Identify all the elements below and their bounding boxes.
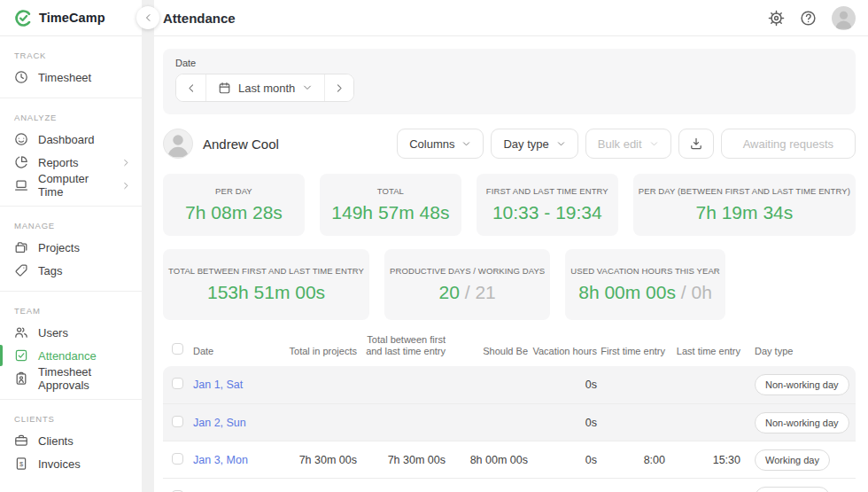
day-type-label: Day type <box>503 137 548 151</box>
stat-card-total-between-first-and-last-time-entry: TOTAL BETWEEN FIRST AND LAST TIME ENTRY1… <box>163 249 369 320</box>
col-header-day-type: Day type <box>740 346 856 358</box>
topbar-icons <box>768 6 856 30</box>
stat-card-total: TOTAL149h 57m 48s <box>320 174 461 236</box>
sidebar-nav: TRACKTimesheetANALYZEDashboardReportsCom… <box>0 36 142 484</box>
attendance-table: DateTotal in projectsTotal between first… <box>163 331 856 492</box>
sidebar-item-timesheet[interactable]: Timesheet <box>0 66 142 89</box>
col-header-total-between: Total between first and last time entry <box>357 334 446 359</box>
sidebar-item-attendance[interactable]: Attendance <box>0 344 142 367</box>
help-button[interactable] <box>800 10 817 27</box>
gear-icon <box>768 10 785 27</box>
sidebar-section-manage: MANAGEProjectsTags <box>0 207 142 292</box>
person-icon <box>832 6 856 30</box>
stat-value-main: 8h 00m 00s <box>578 282 676 302</box>
settings-button[interactable] <box>768 10 785 27</box>
date-filter-bar: Date Last month <box>163 49 856 114</box>
day-type-badge[interactable]: Working day <box>755 449 830 471</box>
date-range-dropdown[interactable]: Last month <box>205 74 324 101</box>
sidebar-item-clients[interactable]: Clients <box>0 429 142 452</box>
stat-value-suffix: / 0h <box>676 282 712 302</box>
day-type-button[interactable]: Day type <box>491 129 577 159</box>
sidebar-gutter <box>142 0 154 492</box>
export-button[interactable] <box>678 129 714 159</box>
sidebar-section-label: ANALYZE <box>14 113 142 122</box>
col-header-first-time-entry: First time entry <box>597 346 665 358</box>
stat-card-label: USED VACATION HOURS THIS YEAR <box>570 266 719 276</box>
main-area: Attendance Date <box>154 0 868 492</box>
sidebar-item-label: Projects <box>38 241 80 254</box>
sidebar-item-label: Timesheet <box>38 71 91 84</box>
next-period-button[interactable] <box>324 74 353 101</box>
day-type-badge[interactable]: Non-working day <box>755 374 849 395</box>
table-row-jan-4-tue: Jan 4, Tue4h 45m 00sadd7h 30m 00s8h 00m … <box>163 478 856 492</box>
stat-card-first-and-last-time-entry: FIRST AND LAST TIME ENTRY10:33 - 19:34 <box>477 174 618 236</box>
table-row-jan-3-mon: Jan 3, Mon7h 30m 00s7h 30m 00s8h 00m 00s… <box>163 441 856 478</box>
stat-card-value: 149h 57m 48s <box>331 202 449 223</box>
sidebar-item-dashboard[interactable]: Dashboard <box>0 128 142 151</box>
select-all-checkbox[interactable] <box>172 343 183 355</box>
stat-card-value: 8h 00m 00s / 0h <box>578 282 712 303</box>
brand-logo-row[interactable]: TimeCamp <box>0 0 142 36</box>
sidebar-item-timesheet-approvals[interactable]: Timesheet Approvals <box>0 367 142 390</box>
stat-value-main: 10:33 - 19:34 <box>492 202 602 223</box>
day-type-badge[interactable]: Working day <box>755 487 830 492</box>
awaiting-requests-label: Awaiting requests <box>743 137 833 151</box>
row-checkbox[interactable] <box>172 378 183 389</box>
stat-value-suffix: / 21 <box>460 282 496 302</box>
stat-value-main: 149h 57m 48s <box>331 202 449 223</box>
stat-value-main: 20 <box>439 282 460 302</box>
table-row-jan-2-sun: Jan 2, Sun0sNon-working day <box>163 403 856 441</box>
sidebar: TimeCamp TRACKTimesheetANALYZEDashboardR… <box>0 0 142 492</box>
stat-card-label: PER DAY (BETWEEN FIRST AND LAST TIME ENT… <box>639 186 850 196</box>
sidebar-item-users[interactable]: Users <box>0 321 142 344</box>
date-link[interactable]: Jan 1, Sat <box>193 379 243 391</box>
stat-card-label: FIRST AND LAST TIME ENTRY <box>486 186 608 196</box>
sidebar-item-label: Timesheet Approvals <box>38 365 142 392</box>
prev-period-button[interactable] <box>176 74 205 101</box>
day-type-badge[interactable]: Non-working day <box>755 412 849 433</box>
should-be-value: 8h 00m 00s <box>446 454 528 466</box>
stat-card-value: 7h 08m 28s <box>185 202 283 223</box>
table-body: Jan 1, Sat0sNon-working dayJan 2, Sun0sN… <box>163 366 856 492</box>
content: Date Last month <box>154 36 868 492</box>
brand-name: TimeCamp <box>39 11 105 25</box>
sidebar-section-team: TEAMUsersAttendanceTimesheet Approvals <box>0 292 142 400</box>
columns-button[interactable]: Columns <box>397 129 484 159</box>
bulk-edit-button[interactable]: Bulk edit <box>585 129 671 159</box>
stat-card-used-vacation-hours-this-year: USED VACATION HOURS THIS YEAR8h 00m 00s … <box>565 249 725 320</box>
sidebar-item-label: Tags <box>38 264 62 277</box>
col-header-date: Date <box>193 346 271 358</box>
awaiting-requests-button[interactable]: Awaiting requests <box>721 129 856 159</box>
toolbar: Columns Day type Bulk edit <box>397 129 856 159</box>
sidebar-item-tags[interactable]: Tags <box>0 259 142 282</box>
sidebar-collapse-button[interactable] <box>136 6 159 29</box>
sidebar-item-label: Invoices <box>38 457 81 471</box>
date-link[interactable]: Jan 3, Mon <box>193 454 248 466</box>
vacation-hours-value: 0s <box>528 417 597 429</box>
sidebar-item-reports[interactable]: Reports <box>0 151 142 174</box>
row-checkbox[interactable] <box>172 416 183 427</box>
sidebar-section-clients: CLIENTSClients$Invoices <box>0 400 142 484</box>
pie-chart-icon <box>14 155 28 169</box>
row-checkbox[interactable] <box>172 453 183 465</box>
stat-card-value: 153h 51m 00s <box>207 282 325 303</box>
sidebar-item-invoices[interactable]: $Invoices <box>0 452 142 475</box>
laptop-icon <box>14 178 28 192</box>
last-time-entry-value: 15:30 <box>665 454 740 466</box>
date-filter-label: Date <box>175 58 843 68</box>
tag-icon <box>14 263 28 277</box>
stat-card-label: TOTAL BETWEEN FIRST AND LAST TIME ENTRY <box>168 266 364 276</box>
col-header-vacation-hours: Vacation hours <box>528 346 597 358</box>
sidebar-item-projects[interactable]: Projects <box>0 236 142 259</box>
chevron-right-icon <box>334 82 345 94</box>
export-icon <box>689 137 703 151</box>
stat-card-value: 20 / 21 <box>439 282 496 303</box>
sidebar-section-track: TRACKTimesheet <box>0 36 142 98</box>
date-link[interactable]: Jan 2, Sun <box>193 417 246 429</box>
chevron-down-icon <box>461 139 471 149</box>
calendar-icon <box>218 82 231 95</box>
account-avatar[interactable] <box>832 6 856 30</box>
total-in-projects-value: 7h 30m 00s <box>299 454 357 466</box>
bulk-edit-label: Bulk edit <box>598 137 642 151</box>
sidebar-item-computer-time[interactable]: Computer Time <box>0 174 142 197</box>
